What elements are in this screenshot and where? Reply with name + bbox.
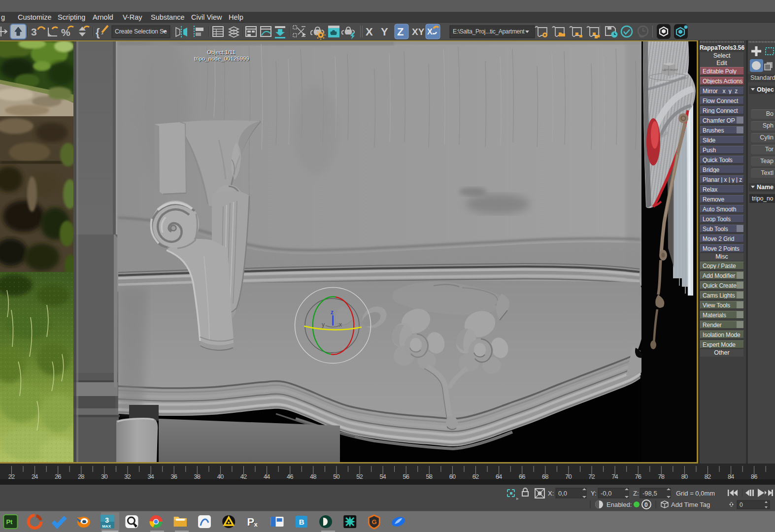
svg-text:58: 58 [426,473,433,479]
svg-text:P: P [247,516,254,528]
svg-text:Y:: Y: [591,490,597,497]
svg-text:tripo_node_00126999: tripo_node_00126999 [194,56,249,62]
svg-text:32: 32 [124,473,131,479]
svg-text:24: 24 [32,473,38,479]
svg-text:34: 34 [147,473,154,479]
svg-text:X: X [366,26,373,38]
svg-text:Z:: Z: [633,490,639,497]
svg-text:LEFT: LEFT [663,68,669,71]
svg-text:78: 78 [658,473,665,479]
svg-text:52: 52 [356,473,363,479]
svg-text:G: G [371,518,376,526]
svg-text:X: X [427,28,433,36]
svg-text:70: 70 [565,473,572,479]
svg-text:72: 72 [588,473,595,479]
svg-text:48: 48 [310,473,317,479]
svg-text:68: 68 [542,473,549,479]
svg-text:38: 38 [194,473,201,479]
svg-text:42: 42 [240,473,247,479]
svg-text:X:: X: [548,490,554,497]
svg-text:50: 50 [333,473,340,479]
svg-text:z: z [331,309,334,316]
svg-text:60: 60 [449,473,456,479]
svg-text:0: 0 [740,501,743,508]
svg-text:62: 62 [472,473,479,479]
svg-text:-0,0: -0,0 [601,490,611,497]
svg-text:40: 40 [217,473,224,479]
svg-text:Y: Y [381,26,388,38]
svg-text:56: 56 [403,473,410,479]
svg-text:3: 3 [105,516,109,524]
svg-text:54: 54 [379,473,386,479]
svg-text:Add Time Tag: Add Time Tag [671,501,710,508]
svg-text:26: 26 [55,473,62,479]
svg-text:0,0: 0,0 [558,490,567,497]
svg-text:76: 76 [635,473,642,479]
svg-text:Grid = 0,0mm: Grid = 0,0mm [676,490,715,497]
svg-text:Create Selection Se: Create Selection Se [115,28,167,35]
svg-text:-98,5: -98,5 [642,490,657,497]
svg-text:MAX: MAX [102,524,111,529]
svg-text:84: 84 [728,473,735,479]
svg-text:{: { [96,26,100,38]
svg-text:B: B [299,518,304,526]
svg-text:66: 66 [519,473,526,479]
svg-text:Object:1/11: Object:1/11 [207,49,236,55]
svg-text:74: 74 [611,473,618,479]
svg-text:FRONT: FRONT [670,68,678,71]
svg-text:x: x [254,521,258,528]
svg-text:30: 30 [101,473,108,479]
svg-text:Z: Z [397,26,404,38]
svg-text:36: 36 [171,473,178,479]
svg-text:3: 3 [31,26,37,37]
svg-text:XY: XY [412,27,425,37]
svg-text:28: 28 [78,473,85,479]
svg-text:46: 46 [287,473,294,479]
svg-text:E:\Salta_Proj...tic_Apartment: E:\Salta_Proj...tic_Apartment [453,28,525,35]
svg-text:Pt: Pt [6,518,13,526]
svg-text:82: 82 [705,473,711,479]
svg-text:Enabled:: Enabled: [607,501,632,508]
svg-text:22: 22 [8,473,15,479]
svg-text:64: 64 [496,473,503,479]
svg-text:x: x [339,321,342,328]
svg-text:y: y [322,321,325,328]
svg-text:80: 80 [681,473,688,479]
svg-text:0: 0 [644,501,648,508]
svg-text:86: 86 [751,473,758,479]
svg-text:44: 44 [264,473,270,479]
svg-text:%: % [61,27,70,38]
